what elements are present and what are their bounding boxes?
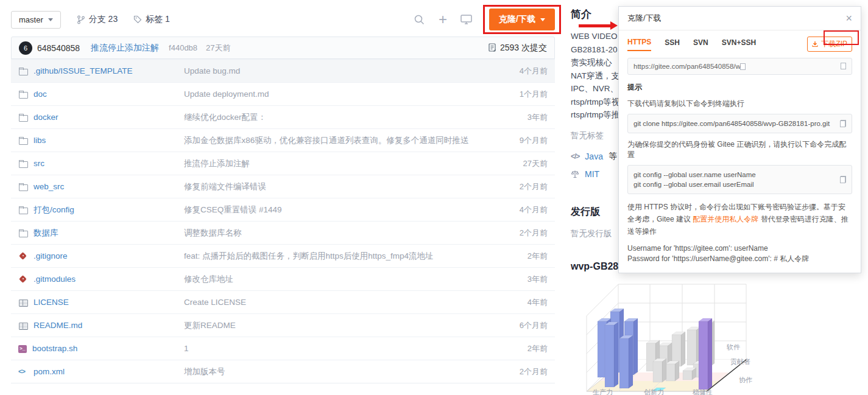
file-commit-message[interactable]: 增加版本号 — [184, 366, 499, 377]
git-icon — [18, 275, 28, 284]
file-name-link[interactable]: .github/ISSUE_TEMPLATE — [34, 66, 133, 75]
table-row[interactable]: README.md 更新README 6个月前 — [11, 313, 555, 337]
commit-time: 27天前 — [206, 43, 230, 54]
file-commit-message[interactable]: 调整数据库名称 — [184, 228, 499, 239]
config-command-name: git config --global user.name userName — [633, 170, 840, 180]
file-commit-message[interactable]: 修改仓库地址 — [184, 274, 499, 285]
search-icon[interactable] — [414, 14, 425, 26]
file-commit-message[interactable]: 推流停止添加注解 — [184, 158, 499, 169]
file-commit-message[interactable]: 修复CSEQ重置错误 #1449 — [184, 204, 499, 215]
commit-hash[interactable]: f440db8 — [169, 43, 197, 52]
table-row[interactable]: 打包/config 修复CSEQ重置错误 #1449 4个月前 — [11, 198, 555, 221]
file-name-link[interactable]: src — [34, 159, 44, 168]
file-name-link[interactable]: .gitmodules — [34, 274, 76, 284]
file-name-link[interactable]: 数据库 — [34, 228, 58, 239]
table-row[interactable]: src 推流停止添加注解 27天前 — [11, 152, 555, 175]
token-link[interactable]: 配置并使用私人令牌 — [693, 215, 758, 223]
hint-title: 提示 — [627, 82, 852, 93]
tag-icon — [133, 15, 142, 24]
branches-label: 分支 23 — [89, 14, 118, 25]
table-row[interactable]: libs 添加金仓数据库x86驱动，优化兼容接口通道列表查询。修复多个通道同时推… — [11, 128, 555, 152]
file-table: .github/ISSUE_TEMPLATE Update bug.md 4个月… — [11, 59, 555, 383]
file-commit-time: 27天前 — [499, 158, 548, 169]
file-commit-time: 2年前 — [499, 251, 548, 262]
commits-count-label: 2593 次提交 — [500, 43, 547, 54]
config-command-box: git config --global user.name userName g… — [627, 165, 852, 194]
table-row[interactable]: .gitmodules 修改仓库地址 3年前 — [11, 267, 555, 290]
commit-message-link[interactable]: 推流停止添加注解 — [91, 43, 159, 54]
protocol-tabs: HTTPS SSH SVN SVN+SSH 下载ZIP — [627, 37, 852, 52]
file-commit-message[interactable]: Update deployment.md — [184, 89, 499, 99]
tags-link[interactable]: 标签 1 — [133, 14, 170, 25]
book-icon — [18, 321, 28, 330]
file-name-link[interactable]: web_src — [34, 182, 64, 191]
clone-url-input[interactable]: https://gitee.com/pan648540858/wvp-GB281… — [627, 58, 852, 75]
folder-icon — [18, 183, 28, 191]
file-name-link[interactable]: libs — [34, 136, 46, 145]
download-zip-button[interactable]: 下载ZIP — [807, 37, 852, 52]
file-commit-time: 4个月前 — [499, 66, 548, 77]
copy-icon[interactable] — [740, 63, 847, 70]
tab-ssh[interactable]: SSH — [665, 38, 680, 51]
chevron-down-icon — [540, 18, 545, 21]
commits-count-link[interactable]: 2593 次提交 — [489, 43, 547, 54]
table-row[interactable]: 数据库 调整数据库名称 2个月前 — [11, 221, 555, 244]
file-name-link[interactable]: 打包/config — [34, 204, 74, 215]
tab-https[interactable]: HTTPS — [627, 38, 651, 51]
file-commit-message[interactable]: 继续优化docker配置： — [184, 112, 499, 123]
tab-svn-ssh[interactable]: SVN+SSH — [722, 38, 756, 51]
table-row[interactable]: LICENSE Create LICENSE 4年前 — [11, 290, 555, 313]
clone-command: git clone https://gitee.com/pan648540858… — [633, 119, 840, 128]
folder-icon — [18, 206, 28, 214]
file-name-link[interactable]: bootstrap.sh — [32, 344, 77, 353]
table-row[interactable]: docker 继续优化docker配置： 3年前 — [11, 105, 555, 128]
file-name-link[interactable]: LICENSE — [34, 298, 69, 307]
tab-svn[interactable]: SVN — [693, 38, 708, 51]
commit-author[interactable]: 648540858 — [37, 43, 80, 53]
branch-icon — [77, 15, 85, 24]
clone-hint-text: 下载代码请复制以下命令到终端执行 — [627, 99, 852, 109]
language-link[interactable]: Java — [585, 152, 603, 161]
license-scale-icon — [571, 170, 579, 178]
monitor-icon[interactable] — [460, 15, 472, 24]
file-commit-message[interactable]: 添加金仓数据库x86驱动，优化兼容接口通道列表查询。修复多个通道同时推送 — [184, 135, 499, 146]
table-row[interactable]: pom.xml 增加版本号 2个月前 — [11, 360, 555, 383]
file-name-link[interactable]: .gitignore — [34, 251, 68, 260]
table-row[interactable]: doc Update deployment.md 1个月前 — [11, 82, 555, 105]
https-note: 使用 HTTPS 协议时，命令行会出现如下账号密码验证步骤。基于安全考虑，Git… — [627, 201, 852, 237]
latest-commit-bar: 6 648540858 推流停止添加注解 f440db8 27天前 2593 次… — [11, 37, 555, 59]
copy-icon[interactable] — [840, 120, 846, 127]
license-link[interactable]: MIT — [585, 169, 599, 179]
clone-download-button[interactable]: 克隆/下载 — [489, 9, 555, 30]
config-hint-text: 为确保你提交的代码身份被 Gitee 正确识别，请执行以下命令完成配置 — [627, 139, 852, 160]
file-name-link[interactable]: docker — [34, 113, 58, 122]
file-commit-message[interactable]: 1 — [184, 344, 499, 353]
table-row[interactable]: .github/ISSUE_TEMPLATE Update bug.md 4个月… — [11, 59, 555, 82]
file-commit-message[interactable]: feat: 点播开始后的截图任务，判断启用https后使用https_fmp4流… — [184, 251, 499, 262]
file-commit-message[interactable]: Update bug.md — [184, 66, 499, 75]
table-row[interactable]: .gitignore feat: 点播开始后的截图任务，判断启用https后使用… — [11, 244, 555, 267]
table-row[interactable]: web_src 修复前端文件编译错误 2个月前 — [11, 175, 555, 198]
branches-link[interactable]: 分支 23 — [77, 14, 118, 25]
branch-selector[interactable]: master — [11, 11, 61, 29]
file-commit-time: 9个月前 — [499, 135, 548, 146]
commits-icon — [489, 43, 496, 52]
file-commit-time: 3年前 — [499, 274, 548, 285]
folder-icon — [18, 67, 28, 75]
file-commit-message[interactable]: Create LICENSE — [184, 298, 499, 307]
file-commit-message[interactable]: 修复前端文件编译错误 — [184, 181, 499, 192]
file-name-link[interactable]: doc — [34, 89, 47, 99]
tags-label: 标签 1 — [146, 14, 170, 25]
avatar[interactable]: 6 — [19, 41, 32, 55]
file-name-link[interactable]: README.md — [34, 321, 82, 330]
x-label-robustness: 稳健性 — [693, 388, 713, 395]
file-commit-message[interactable]: 更新README — [184, 320, 499, 331]
config-command-email: git config --global user.email userEmail — [633, 180, 840, 189]
table-row[interactable]: bootstrap.sh 1 2年前 — [11, 337, 555, 360]
folder-icon — [18, 90, 28, 99]
file-name-link[interactable]: pom.xml — [34, 367, 65, 376]
plus-icon[interactable]: + — [439, 12, 447, 27]
close-icon[interactable]: × — [845, 13, 852, 24]
copy-icon[interactable] — [840, 176, 846, 183]
file-commit-time: 6个月前 — [499, 320, 548, 331]
